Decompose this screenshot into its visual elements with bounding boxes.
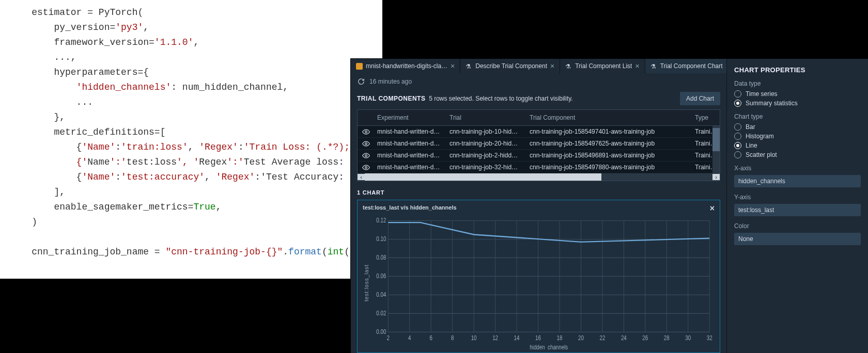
svg-text:0.02: 0.02 xyxy=(376,310,386,316)
tab-label: Describe Trial Component xyxy=(475,62,547,70)
svg-text:4: 4 xyxy=(408,334,411,341)
radio-dot-icon xyxy=(734,100,741,107)
eye-icon[interactable] xyxy=(358,150,374,161)
radio-histogram[interactable]: Histogram xyxy=(734,133,861,140)
column-header[interactable]: Type xyxy=(692,113,720,122)
svg-text:24: 24 xyxy=(621,334,627,341)
code-block: estimator = PyTorch( py_version='py3', f… xyxy=(0,0,382,265)
svg-text:20: 20 xyxy=(578,334,584,341)
column-header[interactable]: Trial xyxy=(446,113,526,122)
trial-components-bar: TRIAL COMPONENTS 5 rows selected. Select… xyxy=(351,90,726,109)
refresh-header: 16 minutes ago xyxy=(351,73,726,90)
svg-text:0.00: 0.00 xyxy=(376,328,386,335)
cell-trial: cnn-training-job-32-hid… xyxy=(446,162,526,172)
svg-point-3 xyxy=(365,166,367,168)
cell-comp: cnn-training-job-1585497401-aws-training… xyxy=(526,126,692,137)
tab-label: Trial Component List xyxy=(575,62,632,70)
svg-text:16: 16 xyxy=(535,334,541,341)
sagemaker-panel: mnist-handwritten-digits-cla…×⚗Describe … xyxy=(351,59,868,353)
radio-label: Summary statistics xyxy=(746,100,798,107)
flask-icon: ⚗ xyxy=(650,63,657,70)
table-row[interactable]: mnist-hand-written-d…cnn-training-job-2-… xyxy=(358,150,720,162)
chart-title: test:loss_last v/s hidden_channels xyxy=(363,204,457,213)
eye-icon[interactable] xyxy=(358,138,374,149)
eye-icon[interactable] xyxy=(358,126,374,137)
scroll-right-icon[interactable]: › xyxy=(712,174,720,180)
svg-text:0.12: 0.12 xyxy=(376,217,386,223)
radio-scatter-plot[interactable]: Scatter plot xyxy=(734,151,861,158)
notebook-icon xyxy=(356,63,363,70)
flask-icon: ⚗ xyxy=(565,63,572,70)
cell-comp: cnn-training-job-1585496891-aws-training… xyxy=(526,150,692,161)
yaxis-label: Y-axis xyxy=(734,194,861,201)
radio-time-series[interactable]: Time series xyxy=(734,90,861,98)
column-header[interactable] xyxy=(358,117,374,119)
table-row[interactable]: mnist-hand-written-d…cnn-training-job-32… xyxy=(358,162,720,173)
tab-0[interactable]: mnist-handwritten-digits-cla…× xyxy=(351,59,460,73)
close-icon[interactable]: × xyxy=(710,204,715,213)
cell-exp: mnist-hand-written-d… xyxy=(374,150,446,161)
cell-trial: cnn-training-job-10-hid… xyxy=(446,126,526,137)
radio-label: Histogram xyxy=(746,133,774,140)
svg-text:0.08: 0.08 xyxy=(376,254,386,261)
svg-text:22: 22 xyxy=(599,334,605,341)
close-icon[interactable]: × xyxy=(451,62,455,70)
chart-plot: 0.000.020.040.060.080.100.12246810121416… xyxy=(370,216,715,350)
chart-ylabel: test:loss_last xyxy=(363,216,370,350)
column-header[interactable]: Trial Component xyxy=(526,113,692,122)
svg-text:0.10: 0.10 xyxy=(376,235,386,242)
chart-properties-panel: CHART PROPERTIES Data type Time seriesSu… xyxy=(726,59,868,353)
cell-trial: cnn-training-job-2-hidd… xyxy=(446,150,526,161)
tab-2[interactable]: ⚗Trial Component List× xyxy=(560,59,645,73)
radio-dot-icon xyxy=(734,133,741,140)
svg-point-0 xyxy=(365,131,367,133)
cell-exp: mnist-hand-written-d… xyxy=(374,138,446,149)
svg-text:0.06: 0.06 xyxy=(376,272,386,279)
svg-text:18: 18 xyxy=(557,334,563,341)
svg-text:2: 2 xyxy=(387,334,390,341)
tab-3[interactable]: ⚗Trial Component Chart× xyxy=(645,59,736,73)
cell-exp: mnist-hand-written-d… xyxy=(374,162,446,172)
tab-1[interactable]: ⚗Describe Trial Component× xyxy=(460,59,560,73)
chart-card: test:loss_last v/s hidden_channels × tes… xyxy=(357,200,720,353)
svg-text:8: 8 xyxy=(451,334,454,341)
radio-dot-icon xyxy=(734,90,741,98)
radio-bar[interactable]: Bar xyxy=(734,123,861,131)
svg-text:32: 32 xyxy=(707,334,712,341)
svg-text:6: 6 xyxy=(429,334,432,341)
table-body: mnist-hand-written-d…cnn-training-job-10… xyxy=(358,126,720,173)
svg-point-2 xyxy=(365,154,367,156)
close-icon[interactable]: × xyxy=(550,62,554,70)
cell-exp: mnist-hand-written-d… xyxy=(374,126,446,137)
close-icon[interactable]: × xyxy=(635,62,639,70)
svg-text:10: 10 xyxy=(471,334,477,341)
flask-icon: ⚗ xyxy=(466,63,472,70)
tab-label: Trial Component Chart xyxy=(660,62,723,70)
scroll-left-icon[interactable]: ‹ xyxy=(358,174,365,180)
radio-line[interactable]: Line xyxy=(734,142,861,149)
radio-dot-icon xyxy=(734,123,741,131)
xaxis-select[interactable]: hidden_channels xyxy=(734,175,861,187)
vertical-scrollbar[interactable] xyxy=(712,126,720,173)
eye-icon[interactable] xyxy=(358,162,374,173)
color-select[interactable]: None xyxy=(734,233,861,245)
radio-dot-icon xyxy=(734,151,741,158)
yaxis-select[interactable]: test:loss_last xyxy=(734,204,861,216)
svg-text:12: 12 xyxy=(492,334,498,341)
radio-label: Time series xyxy=(746,90,778,98)
trial-components-subtitle: 5 rows selected. Select rows to toggle c… xyxy=(429,95,573,102)
refresh-icon[interactable] xyxy=(357,77,365,86)
radio-summary-statistics[interactable]: Summary statistics xyxy=(734,100,861,107)
table-row[interactable]: mnist-hand-written-d…cnn-training-job-20… xyxy=(358,138,720,150)
svg-text:hidden_channels: hidden_channels xyxy=(530,344,568,350)
tab-label: mnist-handwritten-digits-cla… xyxy=(366,62,447,70)
radio-label: Bar xyxy=(746,123,755,131)
cell-comp: cnn-training-job-1585497625-aws-training… xyxy=(526,138,692,149)
table-row[interactable]: mnist-hand-written-d…cnn-training-job-10… xyxy=(358,126,720,138)
horizontal-scrollbar[interactable]: ‹ › xyxy=(358,173,720,181)
svg-point-1 xyxy=(365,142,367,145)
tab-bar: mnist-handwritten-digits-cla…×⚗Describe … xyxy=(351,59,726,73)
svg-text:14: 14 xyxy=(514,334,520,341)
add-chart-button[interactable]: Add Chart xyxy=(680,92,720,105)
column-header[interactable]: Experiment xyxy=(374,113,446,122)
